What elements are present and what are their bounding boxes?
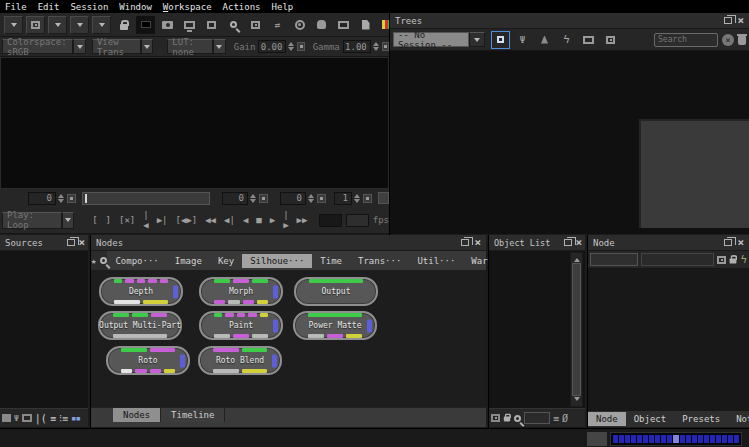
lut-chevron[interactable] xyxy=(213,39,225,54)
scroll-down-icon[interactable] xyxy=(574,397,580,404)
search-objects-icon[interactable] xyxy=(514,415,521,422)
node-paint[interactable]: Paint xyxy=(199,311,283,340)
frame-button[interactable] xyxy=(334,16,353,34)
close-panel-icon[interactable]: × xyxy=(737,16,744,25)
transport-button-9[interactable]: ■ xyxy=(254,215,263,225)
close-panel-icon[interactable]: × xyxy=(737,238,744,247)
step-reset[interactable] xyxy=(363,194,372,203)
frame-spinner[interactable] xyxy=(58,191,64,206)
transport-button-2[interactable]: [✕] xyxy=(117,215,137,225)
thumbnail-view-icon[interactable]: ▪▪ xyxy=(71,413,80,423)
fps-actual-field[interactable] xyxy=(319,214,342,227)
gain-reset-button[interactable] xyxy=(297,42,304,51)
node-morph[interactable]: Morph xyxy=(199,277,283,306)
tab-image[interactable]: Image xyxy=(167,254,210,268)
node-name-field[interactable] xyxy=(590,253,638,266)
fps-target-field[interactable] xyxy=(346,214,369,227)
tab-nodes[interactable]: Nodes xyxy=(113,408,161,422)
process-button[interactable]: ϟ xyxy=(557,31,576,49)
tab-object[interactable]: Object xyxy=(626,412,675,426)
layout-dropdown[interactable] xyxy=(4,16,23,34)
lock-icon[interactable] xyxy=(504,417,510,422)
transport-button-10[interactable]: ▶ xyxy=(268,215,277,225)
tab-trans[interactable]: Trans··· xyxy=(350,254,409,268)
save-button[interactable] xyxy=(601,31,620,49)
tab-util[interactable]: Util··· xyxy=(409,254,463,268)
transport-button-0[interactable]: [ xyxy=(90,215,99,225)
object-filter-field[interactable] xyxy=(524,412,550,424)
trees-canvas[interactable] xyxy=(390,51,749,234)
frame-reset-button[interactable] xyxy=(67,194,76,203)
step-spinner[interactable] xyxy=(354,191,360,206)
letterbox-button[interactable] xyxy=(136,16,155,34)
transport-button-11[interactable]: |▶ xyxy=(281,210,290,230)
media-button[interactable] xyxy=(579,31,598,49)
node-params-body[interactable] xyxy=(588,269,749,411)
menu-help[interactable]: Help xyxy=(272,2,294,12)
transport-button-12[interactable]: ▶▶ xyxy=(295,215,310,225)
gain-spinner[interactable] xyxy=(288,39,294,54)
viewer-canvas[interactable] xyxy=(0,57,389,189)
node-power-matte[interactable]: Power Matte xyxy=(293,311,377,340)
menu-actions[interactable]: Actions xyxy=(223,2,261,12)
current-frame-field[interactable]: 0 xyxy=(28,192,56,205)
transport-button-8[interactable]: ◀ xyxy=(241,215,250,225)
tab-silhoue[interactable]: Silhoue··· xyxy=(242,254,312,268)
range-lock-button[interactable] xyxy=(378,192,389,204)
tree-view-button[interactable] xyxy=(491,31,510,49)
region-button[interactable] xyxy=(202,16,221,34)
bolt-icon[interactable]: ϟ xyxy=(740,253,747,266)
view-b-dropdown[interactable] xyxy=(70,16,89,34)
node-output[interactable]: Output xyxy=(294,277,378,306)
float-panel-icon[interactable] xyxy=(564,239,572,246)
lut-dropdown[interactable]: LUT: none xyxy=(167,39,213,54)
colorspace-dropdown[interactable]: Colorspace: sRGB xyxy=(2,39,73,54)
range-start-spinner[interactable] xyxy=(250,191,256,206)
disable-icon[interactable]: Ø xyxy=(562,413,568,424)
node-roto[interactable]: Roto xyxy=(106,346,190,375)
menu-session[interactable]: Session xyxy=(70,2,108,12)
float-panel-icon[interactable] xyxy=(67,239,75,246)
session-chevron[interactable] xyxy=(469,32,485,47)
tab-key[interactable]: Key xyxy=(210,254,242,268)
view-transform-chevron[interactable] xyxy=(141,39,153,54)
view-transform-dropdown[interactable]: View Trans xyxy=(92,39,141,54)
transport-button-6[interactable]: ◀◀ xyxy=(203,215,218,225)
zoom-tool-button[interactable] xyxy=(224,16,243,34)
detail-view-icon[interactable]: ⁝≡ xyxy=(59,413,68,424)
node-preset-field[interactable] xyxy=(641,253,714,266)
scrollbar-thumb[interactable] xyxy=(572,263,581,396)
timeline-slider[interactable] xyxy=(82,192,210,205)
list-view-icon[interactable]: ≡ xyxy=(50,413,56,424)
grid-layout-button[interactable] xyxy=(26,16,45,34)
tab-timeline[interactable]: Timeline xyxy=(161,408,225,422)
tab-notes[interactable]: Notes xyxy=(728,412,749,426)
view-c-dropdown[interactable] xyxy=(92,16,111,34)
transport-button-3[interactable]: |◀ xyxy=(141,210,150,230)
tracker-button[interactable] xyxy=(290,16,309,34)
render-button[interactable] xyxy=(535,31,554,49)
resize-grip[interactable] xyxy=(587,432,607,446)
step-field[interactable]: 1 xyxy=(334,192,352,205)
transport-button-7[interactable]: ◀| xyxy=(222,215,237,225)
favorites-star-icon[interactable]: ★ xyxy=(91,256,96,266)
menu-edit[interactable]: Edit xyxy=(38,2,60,12)
object-list-body[interactable] xyxy=(489,251,585,408)
transport-button-1[interactable]: ] xyxy=(104,215,113,225)
float-panel-icon[interactable] xyxy=(724,17,732,24)
range-end-field[interactable]: 0 xyxy=(280,192,306,205)
tab-time[interactable]: Time xyxy=(312,254,350,268)
clear-search-icon[interactable]: × xyxy=(722,34,734,46)
layers-icon[interactable]: ≡ xyxy=(553,413,559,424)
float-panel-icon[interactable] xyxy=(724,239,732,246)
gamma-field[interactable]: 1.00 xyxy=(343,40,371,53)
range-end-reset[interactable] xyxy=(317,194,326,203)
play-mode-dropdown[interactable]: Play: Loop xyxy=(2,212,62,229)
clip-icon[interactable] xyxy=(22,414,32,422)
view-a-dropdown[interactable] xyxy=(48,16,67,34)
close-panel-icon[interactable]: × xyxy=(474,238,481,247)
float-panel-icon[interactable] xyxy=(461,239,469,246)
node-depth[interactable]: Depth xyxy=(99,277,183,306)
scroll-up-icon[interactable] xyxy=(574,255,580,262)
import-folder-icon[interactable] xyxy=(2,414,11,422)
